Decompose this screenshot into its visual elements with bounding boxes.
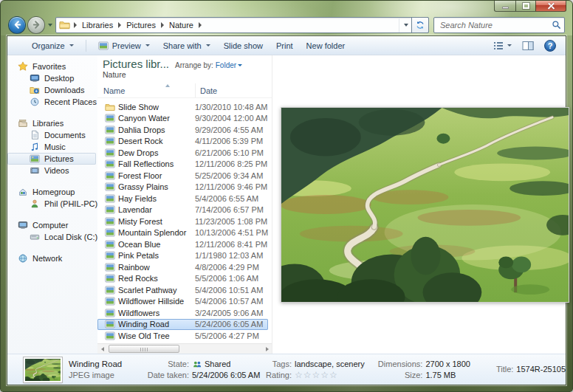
file-row-canyon-water[interactable]: Canyon Water9/30/2004 12:00 AM	[97, 113, 268, 125]
file-name: Winding Road	[118, 320, 195, 329]
scrollbar-thumb[interactable]	[109, 345, 179, 353]
maximize-icon	[523, 3, 529, 9]
state-value: Shared	[205, 360, 230, 369]
file-row-ocean-blue[interactable]: Ocean Blue12/11/2006 8:41 PM	[97, 238, 268, 250]
new-folder-button[interactable]: New folder	[301, 39, 351, 52]
search-input[interactable]	[440, 21, 552, 30]
file-row-dahlia-drops[interactable]: Dahlia Drops9/29/2006 4:55 AM	[97, 124, 268, 136]
column-header-date[interactable]: Date	[195, 83, 272, 97]
share-with-button[interactable]: Share with	[158, 39, 216, 52]
picture-file-icon	[105, 159, 115, 168]
file-name: Dew Drops	[118, 148, 195, 157]
sidebar-section-computer[interactable]: Computer	[7, 219, 97, 231]
address-dropdown[interactable]	[399, 18, 412, 32]
dimensions-label: Dimensions:	[369, 360, 422, 369]
tags-value[interactable]: landscape, scenery	[295, 360, 365, 369]
selected-file-thumbnail	[24, 357, 62, 382]
arrange-by-dropdown[interactable]: Folder	[216, 61, 242, 69]
file-row-slide-show[interactable]: Slide Show1/30/2010 10:48 AM	[97, 101, 268, 113]
file-row-wildflower-hillside[interactable]: Wildflower Hillside5/4/2006 10:57 AM	[97, 296, 268, 308]
breadcrumb-item-nature[interactable]: Nature	[168, 21, 195, 30]
preview-image[interactable]	[281, 107, 569, 303]
close-button[interactable]	[535, 1, 566, 12]
sidebar-item-pictures[interactable]: Pictures	[7, 153, 96, 165]
sidebar-item-label: Videos	[44, 166, 69, 175]
minimize-icon	[502, 7, 509, 9]
title-value[interactable]: 1574R-25105	[516, 365, 566, 374]
file-row-misty-forest[interactable]: Misty Forest11/23/2005 1:08 PM	[97, 216, 268, 227]
sort-ascending-icon	[165, 84, 170, 87]
change-view-button[interactable]	[489, 38, 515, 53]
file-date: 7/14/2006 6:57 PM	[195, 205, 264, 214]
breadcrumb-item-pictures[interactable]: Pictures	[125, 21, 157, 30]
rating-stars[interactable]: ☆☆☆☆☆	[295, 371, 338, 380]
file-date: 9/30/2004 12:00 AM	[195, 114, 267, 123]
documents-icon	[30, 130, 40, 140]
file-date: 3/24/2005 9:06 AM	[195, 309, 263, 317]
file-name: Rainbow	[118, 263, 195, 272]
file-row-scarlet-pathway[interactable]: Scarlet Pathway5/4/2006 10:51 AM	[97, 284, 268, 296]
sidebar-item-desktop[interactable]: Desktop	[7, 72, 97, 84]
column-header-name[interactable]: Name	[103, 86, 195, 95]
file-row-red-rocks[interactable]: Red Rocks5/5/2006 1:06 AM	[97, 273, 268, 285]
preview-button[interactable]: Preview	[93, 39, 155, 52]
dimensions-value: 2700 x 1800	[425, 360, 470, 369]
user-icon	[30, 199, 40, 209]
sidebar-item-downloads[interactable]: Downloads	[7, 84, 97, 96]
breadcrumb-separator	[118, 22, 121, 28]
file-date: 5/5/2006 4:27 PM	[195, 331, 259, 340]
sidebar-item-music[interactable]: Music	[7, 141, 97, 153]
chevron-down-icon	[238, 64, 242, 66]
sidebar-item-recent-places[interactable]: Recent Places	[7, 96, 97, 108]
file-row-mountain-splendor[interactable]: Mountain Splendor10/13/2006 4:51 PM	[97, 227, 268, 239]
file-row-fall-reflections[interactable]: Fall Reflections12/11/2006 8:25 PM	[97, 159, 268, 171]
minimize-button[interactable]	[494, 1, 515, 12]
file-name: Fall Reflections	[118, 159, 195, 168]
help-button[interactable]: ?	[541, 38, 560, 54]
sidebar-section-network[interactable]: Network	[7, 252, 97, 264]
file-row-grassy-plains[interactable]: Grassy Plains12/11/2006 9:46 PM	[97, 182, 268, 193]
file-name: Scarlet Pathway	[118, 286, 195, 295]
file-row-rainbow[interactable]: Rainbow4/8/2006 4:29 PM	[97, 261, 268, 273]
preview-pane-button[interactable]	[518, 38, 538, 53]
file-row-wise-old-tree[interactable]: Wise Old Tree5/5/2006 4:27 PM	[97, 330, 268, 342]
size-value: 1.75 MB	[425, 371, 456, 380]
file-row-dew-drops[interactable]: Dew Drops6/21/2006 5:10 PM	[97, 147, 268, 159]
scroll-right-arrow[interactable]	[262, 344, 272, 354]
sidebar-item-documents[interactable]: Documents	[7, 129, 97, 141]
file-row-desert-rock[interactable]: Desert Rock4/11/2006 5:39 PM	[97, 136, 268, 148]
file-row-pink-petals[interactable]: Pink Petals1/1/1980 12:03 AM	[97, 250, 268, 262]
sidebar-section-favorites[interactable]: Favorites	[7, 61, 97, 72]
file-row-hay-fields[interactable]: Hay Fields5/4/2006 6:55 AM	[97, 193, 268, 204]
slide-show-button[interactable]: Slide show	[219, 39, 268, 52]
back-button[interactable]	[8, 16, 26, 34]
forward-button[interactable]	[27, 16, 45, 34]
file-list: Slide Show1/30/2010 10:48 AMCanyon Water…	[97, 98, 272, 343]
picture-file-icon	[105, 274, 115, 283]
search-icon[interactable]	[552, 20, 561, 30]
file-row-winding-road[interactable]: Winding Road5/24/2006 6:05 AM	[97, 319, 268, 331]
maximize-button[interactable]	[515, 1, 535, 12]
recent-pages-dropdown[interactable]	[48, 24, 52, 27]
breadcrumb-item-libraries[interactable]: Libraries	[80, 21, 114, 30]
sidebar-item-local-disk-c[interactable]: Local Disk (C:)	[7, 231, 97, 243]
date-taken-value[interactable]: 5/24/2006 6:05 AM	[192, 371, 260, 380]
print-button[interactable]: Print	[271, 39, 298, 52]
file-row-forest-floor[interactable]: Forest Floor5/25/2006 9:34 AM	[97, 170, 268, 182]
file-row-lavendar[interactable]: Lavendar7/14/2006 6:57 PM	[97, 204, 268, 216]
details-file-name: Winding Road	[69, 360, 140, 369]
titlebar[interactable]	[1, 1, 572, 14]
sidebar-section-label: Libraries	[32, 119, 64, 128]
file-row-wildflowers[interactable]: Wildflowers3/24/2005 9:06 AM	[97, 307, 268, 319]
picture-file-icon	[105, 114, 115, 123]
address-bar[interactable]: LibrariesPicturesNature	[55, 17, 429, 33]
sidebar-section-libraries[interactable]: Libraries	[7, 117, 97, 129]
sidebar-item-videos[interactable]: Videos	[7, 165, 97, 176]
sidebar-item-phil-phil-pc[interactable]: Phil (PHIL-PC)	[7, 198, 97, 210]
search-box[interactable]	[433, 17, 565, 33]
organize-button[interactable]: Organize	[27, 39, 79, 52]
refresh-button[interactable]	[411, 17, 429, 33]
sidebar-section-homegroup[interactable]: Homegroup	[7, 186, 97, 198]
scroll-left-arrow[interactable]	[97, 344, 107, 354]
horizontal-scrollbar[interactable]	[97, 343, 272, 354]
